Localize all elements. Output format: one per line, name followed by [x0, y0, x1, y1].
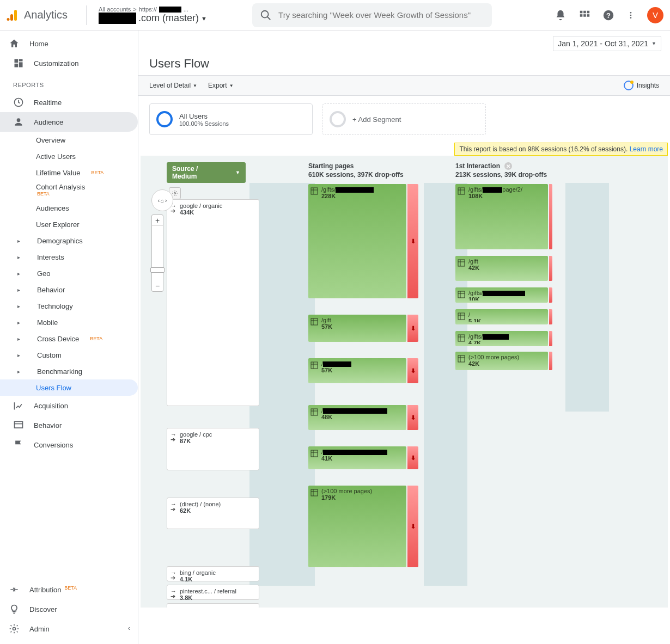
zoom-out-button[interactable]: − — [152, 280, 163, 291]
nav-custom[interactable]: ▸Custom — [0, 347, 138, 363]
users-flow-chart[interactable]: ‹⌂› + − Source / Medium ▼ — [141, 156, 668, 608]
dropoff-indicator: ⬇ — [407, 405, 418, 430]
segment-all-users[interactable]: All Users 100.00% Sessions — [149, 103, 313, 135]
dropoff-indicator — [549, 256, 552, 281]
page-node[interactable]: /gifts/4.7K — [455, 331, 548, 346]
chevron-right-icon: ▸ — [17, 336, 23, 342]
user-avatar[interactable]: V — [647, 7, 663, 23]
nav-behavior-sub[interactable]: ▸Behavior — [0, 281, 138, 298]
chevron-right-icon: ▸ — [17, 238, 23, 244]
close-column-icon[interactable]: ✕ — [504, 162, 512, 170]
home-icon: ⌂ — [161, 198, 164, 204]
insights-icon — [624, 81, 634, 90]
learn-more-link[interactable]: Learn more — [630, 145, 663, 153]
nav-discover[interactable]: Discover — [0, 599, 138, 619]
nav-audience[interactable]: ▾ Audience — [0, 112, 138, 132]
page-node[interactable]: /gift57K ⬇ — [308, 315, 406, 342]
source-node[interactable]: →➔ pinterest.c... / referral3.8K — [167, 585, 259, 600]
nav-demographics[interactable]: ▸Demographics — [0, 232, 138, 249]
svg-rect-7 — [587, 10, 590, 13]
level-of-detail-dropdown[interactable]: Level of Detail▼ — [149, 82, 197, 89]
nav-realtime[interactable]: ▸ Realtime — [0, 93, 138, 112]
date-range-picker[interactable]: Jan 1, 2021 - Oct 31, 2021 ▼ — [553, 36, 661, 51]
page-node[interactable]: /5.1K — [455, 309, 548, 324]
source-node[interactable]: →➔ 18K — [167, 603, 259, 608]
export-dropdown[interactable]: Export▼ — [208, 82, 234, 89]
svg-rect-47 — [458, 260, 465, 266]
logo-section[interactable]: Analytics — [7, 9, 78, 22]
sampling-notice: This report is based on 98K sessions (16… — [454, 143, 668, 156]
nav-benchmarking[interactable]: ▸Benchmarking — [0, 363, 138, 379]
page-node[interactable]: /gifts/10K — [455, 287, 548, 303]
zoom-slider[interactable] — [152, 226, 163, 280]
page-node[interactable]: (>100 more pages)42K — [455, 352, 548, 370]
nav-geo[interactable]: ▸Geo — [0, 265, 138, 281]
column-subtitle: 213K sessions, 39K drop-offs — [455, 171, 548, 179]
dashboard-icon — [13, 58, 24, 69]
nav-acquisition[interactable]: ▸ Acquisition — [0, 396, 138, 415]
svg-point-25 — [174, 193, 176, 194]
nav-cohort[interactable]: Cohort AnalysisBETA — [0, 181, 138, 200]
bell-icon[interactable] — [555, 9, 567, 21]
nav-mobile[interactable]: ▸Mobile — [0, 314, 138, 330]
nav-conversions[interactable]: ▸ Conversions — [0, 435, 138, 455]
page-icon — [458, 311, 465, 322]
svg-rect-38 — [311, 450, 318, 457]
source-node[interactable]: →➔ google / organic434K — [167, 199, 259, 406]
more-vert-icon[interactable] — [626, 9, 635, 21]
svg-rect-29 — [311, 318, 318, 325]
reports-section-label: REPORTS — [0, 73, 138, 93]
source-node[interactable]: →➔ google / cpc87K — [167, 428, 259, 470]
nav-customization[interactable]: ▸ Customization — [0, 53, 138, 73]
search-bar[interactable] — [252, 3, 492, 27]
nav-user-explorer[interactable]: User Explorer — [0, 216, 138, 232]
clock-icon — [13, 97, 24, 108]
page-node[interactable]: /48K ⬇ — [308, 405, 406, 430]
nav-home[interactable]: Home — [0, 34, 138, 53]
nav-cross-device[interactable]: ▸Cross DeviceBETA — [0, 330, 138, 347]
flow-column-first-interaction: 1st Interaction ✕ 213K sessions, 39K dro… — [455, 162, 548, 608]
help-icon[interactable]: ? — [602, 9, 614, 21]
zoom-handle[interactable] — [150, 267, 165, 273]
home-icon — [9, 38, 20, 49]
add-segment-button[interactable]: + Add Segment — [322, 103, 486, 135]
redacted-text — [483, 334, 509, 340]
nav-interests[interactable]: ▸Interests — [0, 249, 138, 265]
nav-lifetime-value[interactable]: Lifetime ValueBETA — [0, 164, 138, 181]
redacted-text — [483, 291, 525, 296]
svg-rect-22 — [15, 422, 23, 428]
page-node[interactable]: /gifts/228K ⬇ — [308, 184, 406, 298]
svg-rect-9 — [583, 14, 586, 17]
nav-attribution[interactable]: Attribution BETA — [0, 580, 138, 599]
source-node[interactable]: →➔ bing / organic4.1K — [167, 566, 259, 581]
segment-circle-icon — [156, 111, 173, 127]
page-node[interactable]: /41K ⬇ — [308, 446, 406, 469]
page-node[interactable]: /gift42K — [455, 256, 548, 281]
redacted-text — [323, 361, 351, 367]
page-node[interactable]: /gifts/page/2/108K — [455, 184, 548, 249]
person-icon — [13, 116, 24, 127]
nav-active-users[interactable]: Active Users — [0, 148, 138, 164]
search-input[interactable] — [278, 10, 484, 20]
nav-audiences[interactable]: Audiences — [0, 200, 138, 216]
svg-rect-32 — [311, 362, 318, 369]
svg-rect-59 — [458, 355, 465, 362]
page-node[interactable]: (>100 more pages)179K ⬇ — [308, 486, 406, 567]
page-node[interactable]: /57K ⬇ — [308, 358, 406, 383]
segment-circle-icon — [330, 111, 346, 127]
account-selector[interactable]: All accounts > https:// x ... x .com (ma… — [94, 4, 252, 26]
svg-rect-35 — [311, 409, 318, 415]
insights-button[interactable]: Insights — [624, 81, 659, 90]
dimension-selector[interactable]: Source / Medium ▼ — [167, 162, 246, 183]
nav-behavior[interactable]: ▸ Behavior — [0, 415, 138, 435]
nav-users-flow[interactable]: Users Flow — [0, 379, 138, 396]
nav-admin[interactable]: Admin — [0, 619, 138, 639]
home-button[interactable]: ‹⌂› — [151, 189, 173, 211]
collapse-sidebar-icon[interactable]: ‹ — [128, 624, 130, 632]
svg-rect-5 — [580, 10, 583, 13]
source-node[interactable]: →➔ (direct) / (none)62K — [167, 498, 259, 529]
apps-grid-icon[interactable] — [578, 9, 590, 21]
zoom-in-button[interactable]: + — [152, 215, 163, 226]
nav-overview[interactable]: Overview — [0, 132, 138, 148]
nav-technology[interactable]: ▸Technology — [0, 298, 138, 314]
